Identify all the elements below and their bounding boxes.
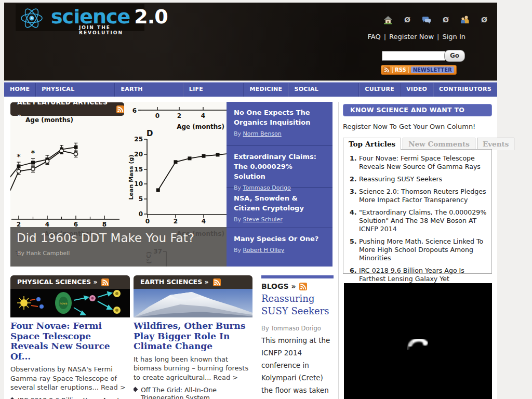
bullet-article-link[interactable]: IRC 0218 9.6 Billion Years Ago Is Farthe… <box>10 396 130 399</box>
register-line[interactable]: Register Now To Get Your Own Column! <box>343 123 475 130</box>
bullet-icon <box>134 387 138 392</box>
rss-icon[interactable] <box>299 283 307 290</box>
rss-newsletter-badge[interactable]: RSS NEWSLETTER <box>381 65 457 75</box>
featured-overlay: Did 1960s DDT Make You Fat? By Hank Camp… <box>10 227 227 267</box>
svg-text:nova: nova <box>60 301 68 305</box>
author-link[interactable]: Steve Schuler <box>243 216 283 223</box>
all-featured-articles-header[interactable]: ALL FEATURED ARTICLES » <box>10 102 124 116</box>
rss-label: RSS <box>392 67 409 73</box>
register-link[interactable]: Register Now <box>389 33 434 41</box>
physical-sciences-section: PHYSICAL SCIENCES » nova Four Novae: Fer… <box>10 275 130 399</box>
physical-bullet-list: IRC 0218 9.6 Billion Years Ago Is Farthe… <box>10 396 130 399</box>
earth-article-title[interactable]: Wildfires, Other Burns Play Bigger Role … <box>134 321 252 352</box>
tab-new-comments[interactable]: New Comments <box>403 138 475 150</box>
svg-text:25: 25 <box>134 136 143 143</box>
signin-link[interactable]: Sign In <box>442 33 466 41</box>
physical-article-title[interactable]: Four Novae: Fermi Space Telescope Reveal… <box>10 321 130 362</box>
svg-text:15: 15 <box>134 166 143 173</box>
blog-author[interactable]: Tommaso Dorigo <box>271 325 321 332</box>
blogs-section: BLOGS » Reassuring SUSY Seekers By Tomma… <box>261 275 334 399</box>
blogs-header[interactable]: BLOGS » <box>261 282 334 290</box>
link-separator: | <box>384 33 386 41</box>
users-count: Ø <box>481 16 487 24</box>
nav-item-video[interactable]: VIDEO <box>400 83 433 97</box>
eclipse-photo[interactable] <box>344 283 492 399</box>
tab-top-articles[interactable]: Top Articles <box>343 138 401 150</box>
mountain-thumbnail[interactable] <box>134 289 252 317</box>
svg-text:2: 2 <box>177 112 181 119</box>
sidebar-article-title[interactable]: Many Species Or One? <box>234 234 325 244</box>
blog-post-byline: By Tommaso Dorigo <box>261 325 334 332</box>
nav-item-culture[interactable]: CULTURE <box>358 83 400 97</box>
bullet-icon <box>10 397 15 399</box>
top-article-item[interactable]: "Extraordinary Claims, The 0.000029% Sol… <box>359 208 487 233</box>
column-divider <box>338 102 339 399</box>
main-nav: HOME PHYSICAL SCIENCES EARTH SCIENCES LI… <box>4 82 497 97</box>
featured-article-title[interactable]: Did 1960s DDT Make You Fat? <box>17 231 194 245</box>
rss-icon[interactable] <box>116 105 124 113</box>
section-header-label: EARTH SCIENCES » <box>140 275 209 289</box>
svg-text:0: 0 <box>145 218 150 225</box>
nav-item-medicine[interactable]: MEDICINE <box>243 83 288 97</box>
svg-text:4: 4 <box>202 218 206 225</box>
svg-text:Lean Mass (g): Lean Mass (g) <box>128 155 135 200</box>
right-column-tabs: Top Articles New Comments Events <box>343 138 514 150</box>
nav-item-contributors[interactable]: CONTRIBUTORS <box>433 83 497 97</box>
newsletter-label: NEWSLETTER <box>411 66 454 73</box>
featured-author-link[interactable]: Hank Campbell <box>26 250 70 257</box>
sidebar-article-title[interactable]: NSA, Snowden & Citizen Cryptology <box>234 193 325 213</box>
search-go-button[interactable]: Go <box>444 50 465 62</box>
know-science-banner[interactable]: KNOW SCIENCE AND WANT TO WRITE? <box>343 104 492 116</box>
earth-sciences-header[interactable]: EARTH SCIENCES » <box>134 275 252 289</box>
svg-text:Age (months): Age (months) <box>177 123 224 130</box>
bullet-article-link[interactable]: Off The Grid: All-In-One Trigeneration S… <box>134 386 252 399</box>
svg-text:2: 2 <box>174 218 178 225</box>
author-link[interactable]: Norm Benson <box>243 130 282 137</box>
comments-count: Ø <box>443 16 449 24</box>
sidebar-article-byline: By Steve Schuler <box>234 216 325 223</box>
read-more-link[interactable]: Read > <box>101 383 126 391</box>
sidebar-article-title[interactable]: No One Expects The Organics Inquisition <box>234 108 325 127</box>
site-header: science2.0 JOIN THE REVOLUTION Ø Ø Ø FAQ… <box>4 3 497 81</box>
author-link[interactable]: Robert H Olley <box>243 247 285 254</box>
featured-sidebar-item: No One Expects The Organics Inquisition … <box>227 102 332 145</box>
read-more-link[interactable]: Read > <box>214 374 238 381</box>
top-article-item[interactable]: IRC 0218 9.6 Billion Years Ago Is Farthe… <box>359 267 487 283</box>
comments-icon[interactable] <box>422 15 431 24</box>
svg-text:*: * <box>17 152 21 161</box>
nav-item-life-sciences[interactable]: LIFE SCIENCES <box>183 83 244 97</box>
rss-icon <box>383 66 390 73</box>
users-icon[interactable] <box>460 15 470 24</box>
sidebar-article-title[interactable]: Extraordinary Claims: The 0.000029% Solu… <box>234 152 325 181</box>
blogs-divider-bar <box>261 275 334 278</box>
search-input[interactable] <box>382 51 445 61</box>
featured-header-label: ALL FEATURED ARTICLES » <box>17 96 112 123</box>
tab-events[interactable]: Events <box>477 138 514 150</box>
svg-text:*: * <box>31 149 35 157</box>
nova-diagram-thumbnail[interactable]: nova <box>10 289 130 317</box>
featured-article-byline: By Hank Campbell <box>17 250 70 257</box>
top-article-item[interactable]: Pushing More Math, Science Linked To Mor… <box>359 237 487 262</box>
sidebar-article-byline: By Robert H Olley <box>234 247 325 254</box>
faq-link[interactable]: FAQ <box>368 33 381 41</box>
home-icon[interactable] <box>383 15 393 24</box>
svg-text:6: 6 <box>132 107 137 114</box>
top-article-item[interactable]: Reassuring SUSY Seekers <box>359 175 487 183</box>
physical-article-excerpt: Observations by NASA's Fermi Gamma-ray S… <box>10 365 130 392</box>
blog-post-title[interactable]: Reassuring SUSY Seekers <box>261 292 334 317</box>
nav-item-home[interactable]: HOME <box>4 83 35 97</box>
physical-sciences-header[interactable]: PHYSICAL SCIENCES » <box>10 275 130 289</box>
top-articles-box: Four Novae: Fermi Space Telescope Reveal… <box>343 149 492 274</box>
nav-item-earth-sciences[interactable]: EARTH SCIENCES <box>114 83 182 97</box>
rss-icon[interactable] <box>213 278 221 286</box>
section-header-label: PHYSICAL SCIENCES » <box>17 275 97 289</box>
blogs-header-label: BLOGS » <box>261 282 296 290</box>
rss-icon[interactable] <box>101 278 109 286</box>
earth-bullet-list: Off The Grid: All-In-One Trigeneration S… <box>134 386 252 399</box>
nav-item-physical-sciences[interactable]: PHYSICAL SCIENCES <box>35 83 114 97</box>
top-article-item[interactable]: Four Novae: Fermi Space Telescope Reveal… <box>359 154 487 171</box>
svg-text:0: 0 <box>155 112 159 119</box>
nav-item-social-sciences[interactable]: SOCIAL SCIENCES <box>288 83 358 97</box>
author-link[interactable]: Tommaso Dorigo <box>243 184 291 191</box>
top-article-item[interactable]: Science 2.0: Thomson Reuters Pledges Mor… <box>359 188 487 204</box>
